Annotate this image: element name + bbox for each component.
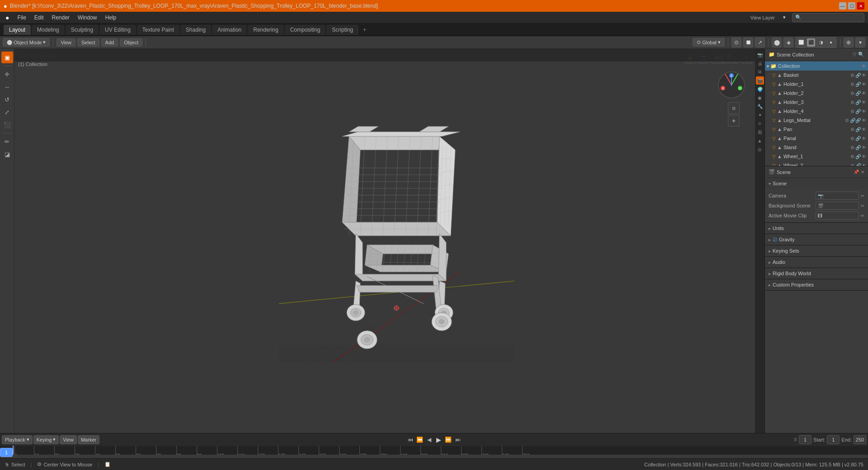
tab-shading[interactable]: Shading [180,25,211,35]
prev-keyframe-btn[interactable]: ⏪ [416,436,424,444]
outliner-item-panal[interactable]: ▽ ▲ Panal ⚙ 🔗 👁 [765,134,868,143]
properties-header-close-icon[interactable]: ✕ [861,169,864,174]
window-controls[interactable]: — ☐ ✕ [839,2,864,9]
navigation-gizmo[interactable]: Z Y X ⊙ + [718,71,750,103]
add-menu[interactable]: Add [101,38,118,47]
object-menu[interactable]: Object [120,38,142,47]
menu-window[interactable]: Window [74,14,101,22]
start-frame-input[interactable]: 1 [827,435,840,444]
end-frame-input[interactable]: 250 [854,435,866,444]
outliner-item-holder1[interactable]: ▽ ▲ Holder_1 ⚙ 🔗 👁 [765,80,868,89]
move-tool-btn[interactable]: ↔ [1,81,13,93]
timeline-frame-1-box[interactable]: 1 [0,448,13,457]
timeline-scrollbar[interactable] [0,455,868,458]
menu-render[interactable]: Render [48,14,73,22]
menu-edit[interactable]: Edit [31,14,47,22]
tab-rendering[interactable]: Rendering [248,25,283,35]
tab-layout[interactable]: Layout [4,25,31,35]
constraints-props-icon[interactable]: ⛓ [756,128,764,136]
play-reverse-btn[interactable]: ◀ [425,436,434,444]
proportional-edit-btn[interactable]: ⊙ [731,38,741,47]
tab-uv-editing[interactable]: UV Editing [99,25,136,35]
jump-to-end-btn[interactable]: ⏭ [454,436,462,444]
select-menu[interactable]: Select [77,38,99,47]
modifier-props-icon[interactable]: 🔧 [756,102,764,110]
audio-section-header[interactable]: ▸ Audio [765,257,868,268]
measure-tool-btn[interactable]: ◪ [1,148,13,160]
outliner-item-wheel1[interactable]: ▽ ▲ Wheel_1 ⚙ 🔗 👁 [765,152,868,161]
menu-help[interactable]: Help [102,14,120,22]
holder4-visibility-icon[interactable]: 👁 [862,109,866,114]
add-workspace-button[interactable]: + [359,25,370,35]
properties-header-pin-icon[interactable]: 📌 [854,169,859,174]
tab-sculpting[interactable]: Sculpting [66,25,99,35]
holder3-visibility-icon[interactable]: 👁 [862,100,866,105]
outliner-item-holder4[interactable]: ▽ ▲ Holder_4 ⚙ 🔗 👁 [765,107,868,116]
background-scene-edit-icon[interactable]: ✏ [861,203,864,208]
timeline-scroll-thumb[interactable] [0,455,868,458]
search-bar[interactable]: 🔍 [792,13,864,22]
outliner-item-wheel2[interactable]: ▽ ▲ Wheel_2 ⚙ 🔗 👁 [765,161,868,166]
xray-btn[interactable]: ◈ [783,38,793,47]
wheel2-visibility-icon[interactable]: 👁 [862,163,866,167]
proportional-falloff-btn[interactable]: ↗ [755,38,765,47]
tab-compositing[interactable]: Compositing [285,25,326,35]
viewport-shading-dropdown[interactable]: ▾ [855,38,865,47]
maximize-button[interactable]: ☐ [848,2,855,9]
marker-menu[interactable]: Marker [78,435,99,444]
panal-visibility-icon[interactable]: 👁 [862,136,866,141]
scene-props-icon[interactable]: 🎬 [756,76,764,85]
pan-visibility-icon[interactable]: 👁 [862,127,866,132]
active-movie-clip-value[interactable]: 🎞 [816,212,859,220]
wheel1-visibility-icon[interactable]: 👁 [862,154,866,159]
camera-value[interactable]: 📷 [816,192,859,200]
show-gizmos-btn[interactable]: ⊕ [844,38,854,47]
outliner-item-pan[interactable]: ▽ ▲ Pan ⚙ 🔗 👁 [765,125,868,134]
tab-texture-paint[interactable]: Texture Paint [137,25,179,35]
menu-file[interactable]: File [14,14,29,22]
wireframe-btn[interactable]: ⬜ [797,38,806,47]
cursor-tool-btn[interactable]: ✛ [1,68,13,80]
outliner-item-stand[interactable]: ▽ ▲ Stand ⚙ 🔗 👁 [765,143,868,152]
transform-pivot[interactable]: ⊙ Global ▾ [693,38,725,47]
tab-scripting[interactable]: Scripting [326,25,359,35]
gravity-section-header[interactable]: ▸ ☑ Gravity [765,234,868,245]
gravity-checkbox[interactable]: ☑ [773,237,777,243]
outliner-item-holder2[interactable]: ▽ ▲ Holder_2 ⚙ 🔗 👁 [765,89,868,98]
close-button[interactable]: ✕ [857,2,864,9]
rendered-btn[interactable]: ● [826,38,835,47]
tab-modeling[interactable]: Modeling [32,25,65,35]
playback-menu[interactable]: Playback ▾ [2,435,33,444]
overlay-btn[interactable]: ⬤ [772,38,782,47]
legs-visibility-icon[interactable]: 👁 [862,118,866,123]
object-props-icon[interactable]: ◉ [756,94,764,102]
output-props-icon[interactable]: 🖨 [756,59,764,67]
solid-btn[interactable]: ⬛ [807,38,816,47]
outliner-item-holder3[interactable]: ▽ ▲ Holder_3 ⚙ 🔗 👁 [765,98,868,107]
world-props-icon[interactable]: 🌍 [756,85,764,93]
scene-section-header[interactable]: ▾ Scene [765,178,868,189]
select-tool-btn[interactable]: ▣ [1,52,13,63]
outliner-item-legs[interactable]: ▽ ▲ Legs_Mettal ⚙ 🔗 🔗 👁 [765,116,868,125]
outliner-item-collection[interactable]: ▾ 📁 Collection 👁 [765,61,868,70]
view-layer-dropdown[interactable]: ▾ [779,14,789,21]
zoom-in-btn[interactable]: + [728,115,740,127]
basket-visibility-icon[interactable]: 👁 [862,73,866,78]
camera-edit-icon[interactable]: ✏ [861,193,864,198]
menu-blender[interactable]: ● [2,13,13,22]
view-layer-props-icon[interactable]: ⧉ [756,68,764,76]
view-timeline-menu[interactable]: View [60,435,77,444]
material-props-icon[interactable]: ◎ [756,145,764,153]
holder2-visibility-icon[interactable]: 👁 [862,91,866,96]
units-section-header[interactable]: ▸ Units [765,223,868,234]
render-props-icon[interactable]: 📷 [756,51,764,59]
outliner-item-basket[interactable]: ▽ ▲ Basket ⚙ 🔗 👁 [765,70,868,80]
keying-sets-section-header[interactable]: ▸ Keying Sets [765,245,868,256]
jump-to-start-btn[interactable]: ⏮ [406,436,415,444]
current-frame-input[interactable]: 1 [799,435,811,444]
holder1-visibility-icon[interactable]: 👁 [862,82,866,87]
material-preview-btn[interactable]: ◑ [816,38,826,47]
minimize-button[interactable]: — [839,2,846,9]
collection-visibility-icon[interactable]: 👁 [862,64,866,69]
data-props-icon[interactable]: ▲ [756,136,764,145]
